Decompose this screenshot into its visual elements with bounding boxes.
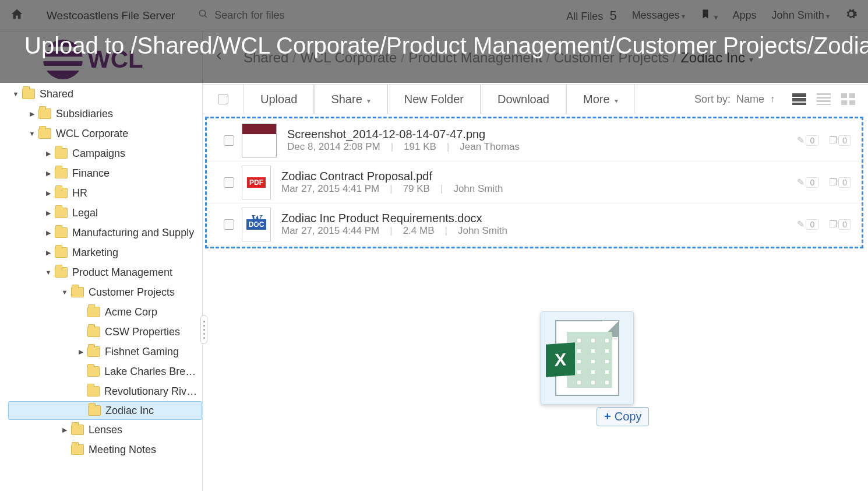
tree-node-lenses[interactable]: Lenses	[8, 420, 202, 440]
tree-node-campaigns[interactable]: Campaigns	[8, 143, 202, 163]
file-row-actions: ✎0❐0	[797, 219, 851, 230]
tree-expand-icon[interactable]	[76, 348, 86, 356]
file-select-checkbox[interactable]	[216, 135, 242, 146]
tree-node-label: Shared	[40, 88, 73, 100]
file-meta: Dec 8, 2014 2:08 PM|191 KB|Jean Thomas	[287, 141, 797, 153]
upload-button[interactable]: Upload	[244, 85, 314, 114]
tree-node-hr[interactable]: HR	[8, 183, 202, 203]
splitter-handle[interactable]	[200, 315, 207, 344]
new-folder-button[interactable]: New Folder	[387, 85, 481, 114]
breadcrumb-back-icon[interactable]	[214, 48, 224, 68]
plus-icon: +	[604, 410, 611, 423]
file-list-dropzone[interactable]: Screenshot_2014-12-08-14-07-47.pngDec 8,…	[205, 117, 863, 248]
tree-node-meeting-notes[interactable]: Meeting Notes	[8, 440, 202, 460]
file-thumbnail: PDF	[242, 166, 271, 199]
topbar-right: All Files 5 Messages Apps John Smith	[566, 8, 858, 24]
tree-node-lake-charles-brewing[interactable]: Lake Charles Brewing	[8, 362, 202, 381]
tree-expand-icon[interactable]	[59, 289, 70, 296]
search-icon	[198, 9, 209, 22]
tree-node-wcl-corporate[interactable]: WCL Corporate	[8, 124, 202, 143]
comments-icon[interactable]: ✎0	[797, 177, 818, 188]
breadcrumb-separator: /	[288, 50, 300, 65]
file-meta: Mar 27, 2015 4:44 PM|2.4 MB|John Smith	[281, 225, 797, 237]
user-menu[interactable]: John Smith	[772, 9, 830, 22]
tree-node-fishnet-gaming[interactable]: Fishnet Gaming	[8, 342, 202, 362]
file-name[interactable]: Screenshot_2014-12-08-14-07-47.png	[287, 128, 797, 141]
app-title: Westcoastlens File Server	[47, 9, 175, 22]
file-meta: Mar 27, 2015 4:41 PM|79 KB|John Smith	[281, 183, 797, 195]
more-button[interactable]: More	[566, 85, 635, 114]
tree-expand-icon[interactable]	[43, 170, 54, 177]
tree-node-revolutionary-riverbo[interactable]: Revolutionary Riverbo	[8, 381, 202, 401]
view-grid-icon[interactable]	[841, 93, 855, 105]
tree-expand-icon[interactable]	[27, 130, 37, 137]
tree-node-customer-projects[interactable]: Customer Projects	[8, 282, 202, 302]
file-info: Screenshot_2014-12-08-14-07-47.pngDec 8,…	[287, 128, 797, 153]
tree-node-marketing[interactable]: Marketing	[8, 243, 202, 262]
tree-node-label: WCL Corporate	[56, 128, 128, 140]
tree-expand-icon[interactable]	[43, 150, 54, 157]
tree-expand-icon[interactable]	[10, 90, 21, 97]
tree-node-label: Campaigns	[72, 148, 125, 160]
tree-expand-icon[interactable]	[43, 249, 54, 257]
view-list-icon[interactable]	[792, 93, 806, 105]
tree-node-finance[interactable]: Finance	[8, 163, 202, 183]
share-button[interactable]: Share	[314, 85, 387, 114]
tree-node-shared[interactable]: Shared	[8, 84, 202, 104]
select-all-checkbox[interactable]	[203, 94, 244, 104]
breadcrumb-segment[interactable]: Shared	[244, 50, 288, 65]
download-button[interactable]: Download	[481, 85, 566, 114]
file-row[interactable]: PDFZodiac Contract Proposal.pdfMar 27, 2…	[207, 162, 862, 204]
versions-icon[interactable]: ❐0	[829, 135, 851, 146]
tree-node-label: Product Management	[72, 266, 172, 279]
file-thumbnail: DOCW	[242, 208, 271, 241]
breadcrumb-separator: /	[397, 50, 408, 65]
apps-link[interactable]: Apps	[733, 9, 757, 22]
file-select-checkbox[interactable]	[216, 219, 242, 230]
folder-icon	[55, 267, 68, 278]
versions-icon[interactable]: ❐0	[829, 177, 851, 188]
tree-expand-icon[interactable]	[27, 110, 37, 118]
tree-node-subsidiaries[interactable]: Subsidiaries	[8, 104, 202, 124]
tree-expand-icon[interactable]	[43, 209, 54, 217]
comments-icon[interactable]: ✎0	[797, 135, 818, 146]
toolbar: Upload Share New Folder Download More So…	[203, 84, 868, 114]
breadcrumb: Shared / WCL Corporate / Product Managem…	[203, 31, 868, 84]
view-detail-icon[interactable]	[817, 93, 831, 105]
tree-node-acme-corp[interactable]: Acme Corp	[8, 302, 202, 322]
all-files-filter[interactable]: All Files 5	[566, 8, 616, 23]
home-icon[interactable]	[10, 8, 23, 24]
tree-node-product-management[interactable]: Product Management	[8, 262, 202, 282]
svg-point-0	[200, 10, 206, 16]
bookmark-icon[interactable]	[700, 8, 718, 23]
breadcrumb-segment[interactable]: WCL Corporate	[300, 50, 397, 65]
tree-expand-icon[interactable]	[43, 190, 54, 197]
tree-node-zodiac-inc[interactable]: Zodiac Inc	[8, 401, 202, 420]
tree-node-label: Lake Charles Brewing	[104, 366, 202, 378]
search-input[interactable]	[214, 9, 436, 22]
tree-node-legal[interactable]: Legal	[8, 203, 202, 223]
tree-expand-icon[interactable]	[59, 426, 70, 434]
sort-field: Name	[736, 93, 764, 106]
tree-expand-icon[interactable]	[43, 229, 54, 237]
drag-preview-excel: X	[541, 311, 634, 405]
tree-node-csw-properties[interactable]: CSW Properties	[8, 322, 202, 342]
file-select-checkbox[interactable]	[216, 177, 242, 188]
file-row[interactable]: Screenshot_2014-12-08-14-07-47.pngDec 8,…	[207, 120, 862, 162]
breadcrumb-segment[interactable]: Customer Projects	[554, 50, 669, 65]
file-name[interactable]: Zodiac Contract Proposal.pdf	[281, 170, 797, 183]
tree-node-manufacturing-and-supply[interactable]: Manufacturing and Supply	[8, 223, 202, 243]
breadcrumb-segment[interactable]: Product Management	[408, 50, 542, 65]
sort-control[interactable]: Sort by: Name ↑	[694, 93, 786, 106]
gear-icon[interactable]	[845, 8, 858, 24]
file-name[interactable]: Zodiac Inc Product Requirements.docx	[281, 212, 797, 225]
all-files-count: 5	[609, 8, 616, 23]
messages-menu[interactable]: Messages	[632, 9, 685, 22]
versions-icon[interactable]: ❐0	[829, 219, 851, 230]
search-box[interactable]	[198, 9, 466, 22]
breadcrumb-current[interactable]: Zodiac Inc ▾	[680, 50, 753, 65]
tree-expand-icon[interactable]	[43, 269, 54, 276]
file-row[interactable]: DOCWZodiac Inc Product Requirements.docx…	[207, 204, 862, 246]
drag-copy-tooltip: + Copy	[597, 407, 649, 426]
comments-icon[interactable]: ✎0	[797, 219, 818, 230]
